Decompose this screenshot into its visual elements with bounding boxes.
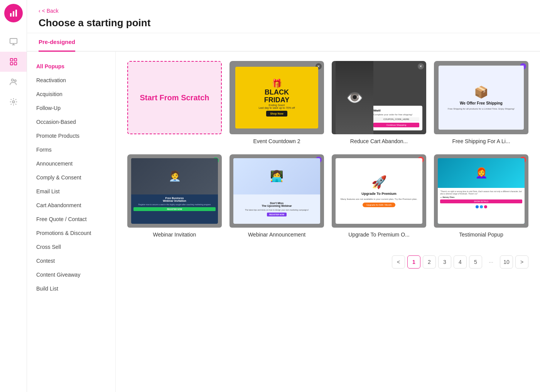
- cat-build-list[interactable]: Build List: [27, 282, 115, 296]
- cat-reactivation[interactable]: Reactivation: [27, 73, 115, 87]
- card-webinar-invitation-thumb: ✕ 🧑‍💼 Free BusinessWebinar Invitation Re…: [127, 154, 222, 228]
- card-testimonial-popup-name: Testimonial Popup: [434, 228, 528, 240]
- pagination-page-10[interactable]: 10: [500, 255, 513, 269]
- scratch-thumb: Start From Scratch: [127, 61, 222, 134]
- cat-cart-abandonment[interactable]: Cart Abandonment: [27, 198, 115, 212]
- pagination-prev[interactable]: <: [392, 255, 405, 269]
- cat-comply-consent[interactable]: Comply & Consent: [27, 171, 115, 184]
- card-reduce-cart[interactable]: ✕ Wait! Complete your order for free shi…: [332, 61, 426, 147]
- svg-rect-0: [10, 13, 12, 17]
- cat-content-giveaway[interactable]: Content Giveaway: [27, 268, 115, 282]
- cat-promote-products[interactable]: Promote Products: [27, 129, 115, 143]
- card-event-countdown-2[interactable]: ✕ 🎁 BLACKFRIDAY Ending Soon!Last day to …: [230, 61, 324, 147]
- svg-rect-2: [15, 10, 17, 17]
- card-webinar-invitation[interactable]: ✕ 🧑‍💼 Free BusinessWebinar Invitation Re…: [127, 154, 222, 240]
- card-upgrade-premium-name: Upgrade To Premium O...: [332, 228, 426, 240]
- card-free-shipping-thumb: ✕ 📦 We Offer Free Shipping Free Shipping…: [434, 61, 528, 134]
- card-testimonial-popup-thumb: ✕ 👩‍🦰 "There's no right or wrong time to…: [434, 154, 528, 228]
- cat-contest[interactable]: Contest: [27, 254, 115, 268]
- back-button[interactable]: ‹ < Back: [39, 8, 528, 14]
- nav-integrations-icon[interactable]: [0, 92, 27, 112]
- back-label: < Back: [42, 8, 59, 14]
- card-webinar-announcement-thumb: ✕ 👩‍💻 Don't MissThe Upcoming Webinar The…: [230, 154, 324, 228]
- nav-audience-icon[interactable]: [0, 72, 27, 92]
- nav-analytics-icon[interactable]: [0, 32, 27, 52]
- pagination-page-2[interactable]: 2: [423, 255, 436, 269]
- tabs-row: Pre-designed: [27, 33, 540, 52]
- nav-campaigns-icon[interactable]: [0, 52, 27, 72]
- svg-rect-6: [10, 59, 12, 61]
- popup-grid: Start From Scratch ✕ 🎁 BLACKFRIDAY Endin…: [127, 61, 528, 240]
- cat-occasion-based[interactable]: Occasion-Based: [27, 115, 115, 129]
- card-free-shipping-name: Free Shipping For A Li...: [434, 134, 528, 147]
- cat-all-popups[interactable]: All Popups: [27, 59, 115, 73]
- card-upgrade-premium-thumb: ✕ 🚀 Upgrade To Premium Many features are…: [332, 154, 426, 228]
- svg-point-10: [11, 79, 14, 81]
- cat-follow-up[interactable]: Follow-Up: [27, 101, 115, 115]
- content-row: All Popups Reactivation Acquisition Foll…: [27, 52, 540, 392]
- popup-grid-area: Start From Scratch ✕ 🎁 BLACKFRIDAY Endin…: [116, 52, 540, 392]
- pagination-page-5[interactable]: 5: [469, 255, 482, 269]
- cat-forms[interactable]: Forms: [27, 143, 115, 157]
- top-header: ‹ < Back Choose a starting point: [27, 0, 540, 33]
- svg-rect-1: [13, 11, 14, 17]
- tab-predesigned[interactable]: Pre-designed: [39, 33, 75, 52]
- card-event-countdown-2-thumb: ✕ 🎁 BLACKFRIDAY Ending Soon!Last day to …: [230, 61, 324, 134]
- category-sidebar: All Popups Reactivation Acquisition Foll…: [27, 52, 116, 392]
- pagination-page-1[interactable]: 1: [407, 255, 420, 269]
- card-upgrade-premium[interactable]: ✕ 🚀 Upgrade To Premium Many features are…: [332, 154, 426, 240]
- pagination-page-4[interactable]: 4: [454, 255, 467, 269]
- cat-announcement[interactable]: Announcement: [27, 157, 115, 171]
- icon-sidebar: [0, 0, 27, 392]
- pagination: < 1 2 3 4 5 ··· 10 >: [127, 252, 528, 276]
- card-reduce-cart-thumb: ✕ Wait! Complete your order for free shi…: [332, 61, 426, 134]
- cat-cross-sell[interactable]: Cross Sell: [27, 240, 115, 254]
- card-reduce-cart-name: Reduce Cart Abandon...: [332, 134, 426, 147]
- pagination-page-3[interactable]: 3: [438, 255, 451, 269]
- logo-button[interactable]: [4, 4, 23, 22]
- cat-free-quote[interactable]: Free Quote / Contact: [27, 212, 115, 226]
- card-webinar-invitation-name: Webinar Invitation: [127, 228, 222, 240]
- cat-promotions[interactable]: Promotions & Discount: [27, 226, 115, 240]
- card-event-countdown-2-name: Event Countdown 2: [230, 134, 324, 147]
- back-arrow-icon: ‹: [39, 8, 40, 14]
- card-webinar-announcement-name: Webinar Announcement: [230, 228, 324, 240]
- card-testimonial-popup[interactable]: ✕ 👩‍🦰 "There's no right or wrong time to…: [434, 154, 528, 240]
- svg-rect-3: [10, 39, 17, 44]
- cat-email-list[interactable]: Email List: [27, 184, 115, 198]
- card-webinar-announcement[interactable]: ✕ 👩‍💻 Don't MissThe Upcoming Webinar The…: [230, 154, 324, 240]
- pagination-dots: ···: [484, 259, 498, 265]
- pagination-next[interactable]: >: [515, 255, 528, 269]
- svg-point-12: [12, 101, 15, 103]
- page-title: Choose a starting point: [39, 17, 528, 29]
- svg-rect-9: [14, 63, 16, 65]
- cat-acquisition[interactable]: Acquisition: [27, 87, 115, 101]
- scratch-label: Start From Scratch: [140, 93, 209, 102]
- svg-rect-8: [10, 63, 12, 65]
- svg-rect-7: [14, 59, 16, 61]
- scratch-card[interactable]: Start From Scratch: [127, 61, 222, 147]
- svg-point-11: [14, 80, 16, 82]
- card-free-shipping[interactable]: ✕ 📦 We Offer Free Shipping Free Shipping…: [434, 61, 528, 147]
- main-area: ‹ < Back Choose a starting point Pre-des…: [27, 0, 540, 392]
